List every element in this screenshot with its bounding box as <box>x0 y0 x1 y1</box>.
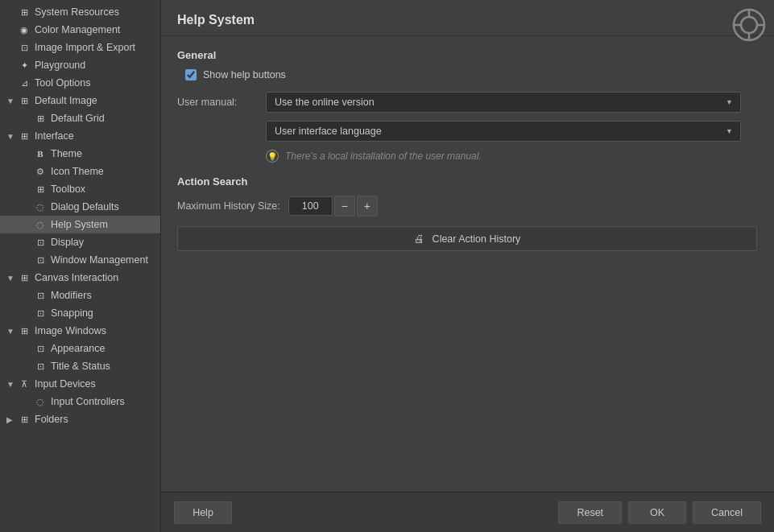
spacer-arrow11 <box>23 221 32 229</box>
spacer-arrow15 <box>23 309 32 318</box>
imgwin-arrow: ▼ <box>6 327 16 336</box>
general-section-title: General <box>177 49 758 61</box>
sidebar-label-toolbox: Toolbox <box>51 184 85 195</box>
sidebar-label-input-controllers: Input Controllers <box>51 396 125 407</box>
sidebar-label-theme: Theme <box>51 148 82 159</box>
default-grid-icon: ⊞ <box>34 112 47 125</box>
sidebar-item-system-resources[interactable]: ⊞ System Resources <box>0 3 160 21</box>
sidebar-label-help-system: Help System <box>51 219 108 230</box>
icon-theme-icon: ⚙ <box>34 165 47 178</box>
sidebar-item-input-devices[interactable]: ▼ ⊼ Input Devices <box>0 375 160 393</box>
language-select[interactable]: User interface language English French G… <box>266 121 741 142</box>
input-devices-icon: ⊼ <box>18 377 31 390</box>
sidebar-item-canvas-interaction[interactable]: ▼ ⊞ Canvas Interaction <box>0 269 160 287</box>
inputdev-arrow: ▼ <box>6 380 16 389</box>
sidebar-item-image-import-export[interactable]: ⊡ Image Import & Export <box>0 39 160 56</box>
interface-icon: ⊞ <box>18 130 31 142</box>
spacer-arrow12 <box>23 238 32 247</box>
spacer-arrow <box>6 8 16 17</box>
show-help-buttons-checkbox[interactable] <box>185 69 197 80</box>
spacer-arrow17 <box>23 362 32 371</box>
system-resources-icon: ⊞ <box>18 6 31 19</box>
sidebar-item-default-image[interactable]: ▼ ⊞ Default Image <box>0 92 160 109</box>
clear-history-label: Clear Action History <box>433 233 521 245</box>
content-header: Help System <box>161 0 774 36</box>
sidebar-label-window-management: Window Management <box>51 254 148 266</box>
page-title: Help System <box>177 13 758 27</box>
sidebar-item-help-system[interactable]: ◌ Help System <box>0 216 160 233</box>
sidebar-item-toolbox[interactable]: ⊞ Toolbox <box>0 180 160 198</box>
hint-row: 💡 There's a local installation of the us… <box>177 150 758 163</box>
sidebar-label-modifiers: Modifiers <box>51 290 92 301</box>
lifesaver-icon <box>732 8 766 42</box>
sidebar-label-image-import-export: Image Import & Export <box>35 42 135 53</box>
spacer-arrow5 <box>6 79 16 88</box>
sidebar-item-playground[interactable]: ✦ Playground <box>0 56 160 74</box>
sidebar-label-default-image: Default Image <box>35 95 97 106</box>
hint-text: There's a local installation of the user… <box>285 151 482 162</box>
sidebar-item-tool-options[interactable]: ⊿ Tool Options <box>0 74 160 92</box>
help-button[interactable]: Help <box>174 501 232 524</box>
sidebar-label-image-windows: Image Windows <box>35 325 106 336</box>
clear-action-history-button[interactable]: 🖨 Clear Action History <box>177 226 757 251</box>
sidebar-item-appearance[interactable]: ⊡ Appearance <box>0 340 160 357</box>
sidebar-item-default-grid[interactable]: ⊞ Default Grid <box>0 109 160 127</box>
history-row: Maximum History Size: − + <box>177 196 758 217</box>
spacer-arrow16 <box>23 344 32 353</box>
spacer-arrow18 <box>23 398 32 406</box>
user-manual-label: User manual: <box>177 97 266 108</box>
user-manual-select[interactable]: Use the online version Use local version <box>266 92 741 113</box>
image-import-export-icon: ⊡ <box>18 41 31 54</box>
sidebar-item-modifiers[interactable]: ⊡ Modifiers <box>0 287 160 304</box>
image-windows-icon: ⊞ <box>18 324 31 337</box>
sidebar-label-default-grid: Default Grid <box>51 113 105 124</box>
sidebar-item-icon-theme[interactable]: ⚙ Icon Theme <box>0 163 160 180</box>
sidebar-item-image-windows[interactable]: ▼ ⊞ Image Windows <box>0 322 160 340</box>
cancel-button[interactable]: Cancel <box>693 501 761 524</box>
sidebar-item-color-management[interactable]: ◉ Color Management <box>0 21 160 39</box>
show-help-buttons-label[interactable]: Show help buttons <box>203 69 286 80</box>
color-management-icon: ◉ <box>18 23 31 36</box>
sidebar-item-interface[interactable]: ▼ ⊞ Interface <box>0 127 160 145</box>
sidebar-item-input-controllers[interactable]: ◌ Input Controllers <box>0 393 160 410</box>
content-panel: Help System General Show help buttons Us… <box>161 0 774 492</box>
help-system-icon: ◌ <box>34 218 47 231</box>
input-controllers-icon: ◌ <box>34 395 47 408</box>
sidebar-item-title-status[interactable]: ⊡ Title & Status <box>0 357 160 375</box>
sidebar-label-display: Display <box>51 237 84 248</box>
user-manual-dropdown-wrapper: Use the online version Use local version <box>266 92 741 113</box>
spacer-arrow10 <box>23 203 32 212</box>
sidebar-item-folders[interactable]: ▶ ⊞ Folders <box>0 410 160 428</box>
window-management-icon: ⊡ <box>34 254 47 266</box>
sidebar-label-tool-options: Tool Options <box>35 77 90 89</box>
decrement-history-button[interactable]: − <box>334 196 355 217</box>
theme-icon: B <box>34 147 47 160</box>
display-icon: ⊡ <box>34 236 47 249</box>
default-image-arrow: ▼ <box>6 97 16 105</box>
appearance-icon: ⊡ <box>34 342 47 355</box>
ok-button[interactable]: OK <box>628 501 686 524</box>
sidebar-label-color-management: Color Management <box>35 24 120 35</box>
playground-icon: ✦ <box>18 59 31 72</box>
footer-right: Reset OK Cancel <box>558 501 761 524</box>
sidebar-item-display[interactable]: ⊡ Display <box>0 233 160 251</box>
spacer-arrow8 <box>23 167 32 176</box>
language-row: User interface language English French G… <box>177 121 758 142</box>
spacer-arrow2 <box>6 26 16 35</box>
sidebar-label-dialog-defaults: Dialog Defaults <box>51 201 119 212</box>
sidebar-label-icon-theme: Icon Theme <box>51 166 104 177</box>
toolbox-icon: ⊞ <box>34 183 47 196</box>
max-history-label: Maximum History Size: <box>177 200 280 212</box>
action-search-section: Action Search Maximum History Size: − + … <box>177 175 758 251</box>
max-history-input[interactable] <box>288 196 333 216</box>
sidebar-label-appearance: Appearance <box>51 343 105 354</box>
reset-button[interactable]: Reset <box>558 501 622 524</box>
sidebar-item-theme[interactable]: B Theme <box>0 145 160 163</box>
sidebar-item-window-management[interactable]: ⊡ Window Management <box>0 251 160 269</box>
language-dropdown-wrapper: User interface language English French G… <box>266 121 741 142</box>
sidebar-item-snapping[interactable]: ⊡ Snapping <box>0 304 160 322</box>
sidebar-item-dialog-defaults[interactable]: ◌ Dialog Defaults <box>0 198 160 216</box>
sidebar-label-input-devices: Input Devices <box>35 378 96 390</box>
increment-history-button[interactable]: + <box>357 196 378 217</box>
sidebar-label-system-resources: System Resources <box>35 6 119 18</box>
